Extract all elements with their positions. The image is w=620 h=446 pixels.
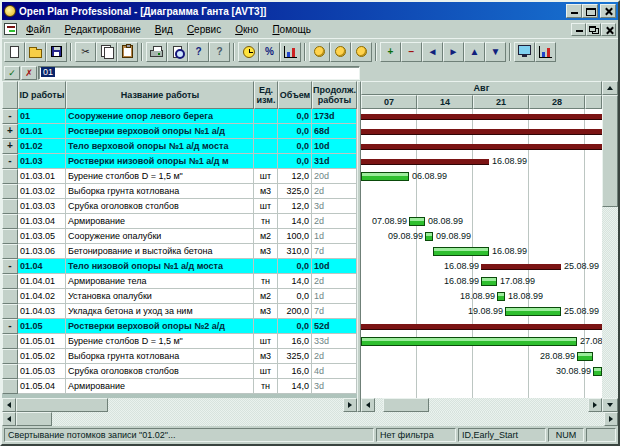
table-row-01.03.01[interactable]: 01.03.01Бурение столбов D = 1,5 м"шт12,0…: [2, 169, 357, 184]
table-scroll-right-button[interactable]: [343, 398, 357, 412]
task-bar[interactable]: [593, 367, 602, 376]
window-scroll-track[interactable]: [52, 412, 604, 426]
column-header-volume[interactable]: Объем: [278, 81, 312, 109]
cell-name[interactable]: Бетонирование и выстойка бетона: [66, 244, 254, 259]
cell-unit[interactable]: м3: [254, 349, 278, 364]
column-header-duration[interactable]: Продолж. работы: [312, 81, 357, 109]
cell-id[interactable]: 01.02: [18, 139, 66, 154]
cell-unit[interactable]: [254, 109, 278, 124]
document-icon[interactable]: [4, 23, 17, 35]
row-header[interactable]: [2, 364, 18, 379]
vertical-scroll-track[interactable]: [602, 207, 618, 398]
table-row-01.01[interactable]: +01.01Ростверки верховой опоры №1 а/д0,0…: [2, 124, 357, 139]
window-scroll-thumb[interactable]: [16, 412, 52, 426]
cell-edit-field[interactable]: 01: [38, 66, 360, 80]
cell-name[interactable]: Сооружение опалубки: [66, 229, 254, 244]
gantt-scroll-track[interactable]: [375, 398, 383, 412]
cell-unit[interactable]: м2: [254, 289, 278, 304]
cell-id[interactable]: 01.05: [18, 319, 66, 334]
cell-unit[interactable]: [254, 139, 278, 154]
gantt-row-01.03[interactable]: 16.08.99: [361, 154, 602, 169]
time-analysis-button[interactable]: [238, 42, 259, 62]
cell-duration[interactable]: 10d: [312, 139, 357, 154]
table-row-01.03.05[interactable]: 01.03.05Сооружение опалубким2100,01d: [2, 229, 357, 244]
cell-id[interactable]: 01.04.01: [18, 274, 66, 289]
cancel-button[interactable]: ✗: [21, 66, 37, 80]
cell-id[interactable]: 01: [18, 109, 66, 124]
cell-volume[interactable]: 200,0: [278, 304, 312, 319]
print-preview-button[interactable]: [167, 42, 188, 62]
cell-id[interactable]: 01.03: [18, 154, 66, 169]
table-row-01[interactable]: -01Сооружение опор левого берега0,0173d: [2, 109, 357, 124]
cell-name[interactable]: Установка опалубки: [66, 289, 254, 304]
cell-name[interactable]: Армирование: [66, 379, 254, 394]
table-row-01.03[interactable]: -01.03Ростверки низовой опоры №1 а/д м0,…: [2, 154, 357, 169]
cell-unit[interactable]: шт: [254, 334, 278, 349]
cell-name[interactable]: Ростверки верховой опоры №2 а/д: [66, 319, 254, 334]
table-row-01.03.04[interactable]: 01.03.04Армированиетн14,02d: [2, 214, 357, 229]
table-row-01.05[interactable]: -01.05Ростверки верховой опоры №2 а/д0,0…: [2, 319, 357, 334]
summary-bar[interactable]: [361, 159, 489, 165]
task-bar[interactable]: [425, 232, 433, 241]
column-header-unit[interactable]: Ед. изм.: [254, 81, 278, 109]
cell-duration[interactable]: 31d: [312, 154, 357, 169]
cell-unit[interactable]: [254, 319, 278, 334]
app-icon[interactable]: [4, 5, 16, 17]
cell-volume[interactable]: 0,0: [278, 319, 312, 334]
save-button[interactable]: [46, 42, 67, 62]
cell-volume[interactable]: 0,0: [278, 124, 312, 139]
move-down-button[interactable]: ▼: [485, 42, 506, 62]
task-bar[interactable]: [361, 172, 409, 181]
row-header[interactable]: [2, 334, 18, 349]
cell-id[interactable]: 01.03.05: [18, 229, 66, 244]
row-header[interactable]: [2, 244, 18, 259]
gantt-row-01.03.01[interactable]: 06.08.99: [361, 169, 602, 184]
row-header[interactable]: [2, 214, 18, 229]
gantt-row-01.03.06[interactable]: 16.08.99: [361, 244, 602, 259]
cell-name[interactable]: Выборка грунта котлована: [66, 184, 254, 199]
cell-unit[interactable]: м3: [254, 304, 278, 319]
task-bar[interactable]: [497, 292, 505, 301]
cell-id[interactable]: 01.04.03: [18, 304, 66, 319]
maximize-button[interactable]: [582, 4, 598, 18]
cell-id[interactable]: 01.03.03: [18, 199, 66, 214]
row-header[interactable]: [2, 304, 18, 319]
copy-button[interactable]: [96, 42, 117, 62]
row-header[interactable]: [2, 229, 18, 244]
cell-duration[interactable]: 2d: [312, 184, 357, 199]
table-row-01.05.01[interactable]: 01.05.01Бурение столбов D = 1,5 м"шт16,0…: [2, 334, 357, 349]
cell-unit[interactable]: тн: [254, 214, 278, 229]
cell-unit[interactable]: шт: [254, 199, 278, 214]
summary-bar[interactable]: [361, 324, 602, 330]
table-row-01.03.02[interactable]: 01.03.02Выборка грунта котлованам3325,02…: [2, 184, 357, 199]
row-header[interactable]: [2, 289, 18, 304]
cell-duration[interactable]: 2d: [312, 274, 357, 289]
scroll-down-button[interactable]: [602, 398, 618, 412]
gantt-row-01.04[interactable]: 16.08.9925.08.99: [361, 259, 602, 274]
gantt-scroll-thumb[interactable]: [383, 398, 429, 412]
cell-name[interactable]: Бурение столбов D = 1,5 м": [66, 169, 254, 184]
child-minimize-button[interactable]: [571, 23, 586, 36]
gantt-row-01.03.03[interactable]: [361, 199, 602, 214]
cell-unit[interactable]: тн: [254, 274, 278, 289]
cell-duration[interactable]: 1d: [312, 289, 357, 304]
cell-volume[interactable]: 100,0: [278, 229, 312, 244]
vertical-scrollbar[interactable]: [602, 81, 618, 412]
gantt-scroll-right-button[interactable]: [588, 398, 602, 412]
table-row-01.04.02[interactable]: 01.04.02Установка опалубким20,01d: [2, 289, 357, 304]
menu-item-file[interactable]: Файл: [19, 23, 58, 36]
task-bar[interactable]: [577, 352, 593, 361]
coin-3-button[interactable]: [351, 42, 372, 62]
cell-volume[interactable]: 325,0: [278, 184, 312, 199]
summary-bar[interactable]: [361, 129, 602, 135]
cell-volume[interactable]: 14,0: [278, 214, 312, 229]
cell-unit[interactable]: [254, 124, 278, 139]
collapse-toggle[interactable]: -: [2, 259, 18, 274]
column-header-id[interactable]: ID работы: [18, 81, 66, 109]
cell-duration[interactable]: 3d: [312, 199, 357, 214]
collapse-toggle[interactable]: +: [2, 124, 18, 139]
summary-bar[interactable]: [481, 264, 561, 270]
cell-duration[interactable]: 1d: [312, 229, 357, 244]
cell-volume[interactable]: 16,0: [278, 364, 312, 379]
gantt-row-01.05.04[interactable]: [361, 379, 602, 394]
